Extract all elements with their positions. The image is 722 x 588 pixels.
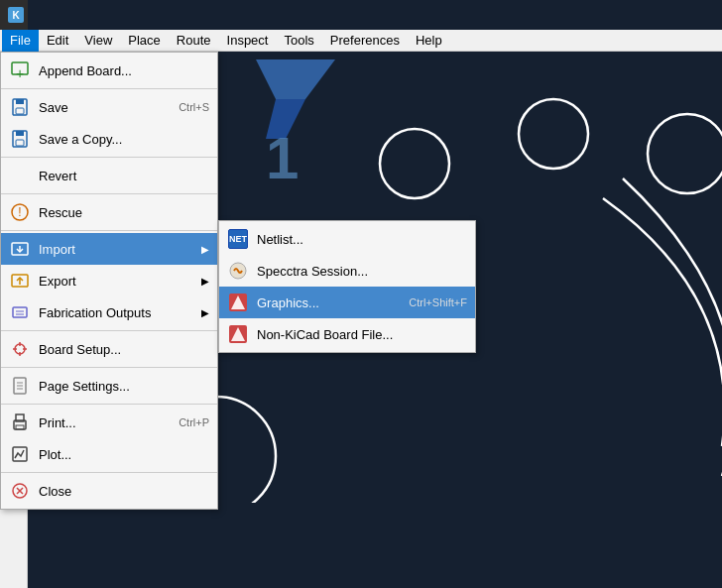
rescue-icon: ! (9, 201, 31, 223)
page-settings-icon (9, 375, 31, 397)
export-arrow: ▶ (201, 276, 209, 287)
nonkicad-label: Non-KiCad Board File... (257, 327, 467, 342)
import-label: Import (39, 242, 197, 257)
svg-rect-17 (16, 108, 24, 114)
append-icon: + (9, 59, 31, 81)
plot-label: Plot... (39, 447, 209, 462)
specctra-label: Specctra Session... (257, 264, 467, 279)
netlist-label: Netlist... (257, 232, 467, 247)
menu-file[interactable]: File (2, 30, 39, 52)
page-settings-label: Page Settings... (39, 379, 209, 394)
svg-text:!: ! (18, 205, 21, 219)
menu-item-save[interactable]: Save Ctrl+S (1, 91, 217, 123)
menu-item-plot[interactable]: Plot... (1, 438, 217, 470)
menu-item-revert[interactable]: Revert (1, 160, 217, 191)
print-icon (9, 412, 31, 433)
import-submenu: NET Netlist... Specctra Session... Graph… (218, 220, 476, 353)
menu-item-board-setup[interactable]: Board Setup... (1, 333, 217, 365)
menu-item-import[interactable]: Import ▶ (1, 233, 217, 265)
menu-place[interactable]: Place (120, 30, 169, 52)
specctra-icon (227, 260, 249, 282)
sep-2 (1, 157, 217, 158)
menu-view[interactable]: View (76, 30, 120, 52)
revert-icon (9, 165, 31, 186)
import-icon (9, 238, 31, 260)
menu-item-append[interactable]: + Append Board... (1, 55, 217, 86)
menu-edit[interactable]: Edit (39, 30, 76, 52)
append-label: Append Board... (39, 63, 209, 78)
save-shortcut: Ctrl+S (179, 101, 209, 113)
rescue-label: Rescue (39, 205, 209, 220)
fabrication-arrow: ▶ (201, 307, 209, 318)
menu-route[interactable]: Route (169, 30, 219, 52)
svg-point-3 (380, 129, 449, 198)
board-setup-label: Board Setup... (39, 342, 209, 357)
menu-item-page-settings[interactable]: Page Settings... (1, 370, 217, 402)
fabrication-label: Fabrication Outputs (39, 305, 197, 320)
menu-item-export[interactable]: Export ▶ (1, 265, 217, 296)
menu-item-print[interactable]: Print... Ctrl+P (1, 407, 217, 438)
dropdown-overlay: + Append Board... Save Ctrl+S Save a Cop… (0, 52, 218, 510)
menu-help[interactable]: Help (408, 30, 450, 52)
sep-5 (1, 330, 217, 331)
svg-rect-19 (16, 131, 24, 136)
plot-icon (9, 443, 31, 465)
submenu-item-specctra[interactable]: Specctra Session... (219, 255, 475, 287)
menu-tools[interactable]: Tools (276, 30, 321, 52)
submenu-item-nonkicad[interactable]: Non-KiCad Board File... (219, 318, 475, 350)
sep-6 (1, 367, 217, 368)
svg-point-4 (519, 99, 588, 169)
close-menu-icon (9, 480, 31, 502)
svg-text:+: + (16, 65, 24, 80)
svg-rect-27 (13, 307, 27, 317)
board-setup-icon (9, 338, 31, 360)
app-icon: K (8, 7, 24, 23)
print-shortcut: Ctrl+P (179, 416, 209, 428)
graphics-label: Graphics... (257, 295, 399, 310)
svg-text:1: 1 (266, 125, 299, 191)
menu-item-fabrication[interactable]: Fabrication Outputs ▶ (1, 296, 217, 328)
save-icon (9, 96, 31, 118)
save-copy-label: Save a Copy... (39, 132, 209, 147)
svg-point-5 (648, 114, 722, 193)
export-label: Export (39, 274, 197, 289)
menu-inspect[interactable]: Inspect (219, 30, 277, 52)
sep-3 (1, 193, 217, 194)
save-label: Save (39, 100, 159, 115)
file-dropdown-menu: + Append Board... Save Ctrl+S Save a Cop… (0, 52, 218, 510)
svg-rect-20 (16, 140, 24, 146)
netlist-icon: NET (227, 228, 249, 250)
save-copy-icon (9, 128, 31, 150)
sep-8 (1, 472, 217, 473)
fabrication-icon (9, 301, 31, 323)
import-arrow: ▶ (201, 244, 209, 255)
sep-7 (1, 404, 217, 405)
menu-item-save-copy[interactable]: Save a Copy... (1, 123, 217, 155)
menu-item-rescue[interactable]: ! Rescue (1, 196, 217, 228)
svg-marker-0 (256, 59, 335, 99)
close-label: Close (39, 484, 209, 499)
menu-preferences[interactable]: Preferences (322, 30, 408, 52)
revert-label: Revert (39, 169, 209, 183)
sep-1 (1, 88, 217, 89)
menu-bar: File Edit View Place Route Inspect Tools… (0, 30, 722, 52)
submenu-item-netlist[interactable]: NET Netlist... (219, 223, 475, 255)
print-label: Print... (39, 415, 159, 430)
svg-rect-16 (16, 99, 24, 104)
sep-4 (1, 230, 217, 231)
nonkicad-icon (227, 323, 249, 345)
graphics-icon (227, 292, 249, 313)
submenu-item-graphics[interactable]: Graphics... Ctrl+Shift+F (219, 287, 475, 318)
menu-item-close[interactable]: Close (1, 475, 217, 507)
graphics-shortcut: Ctrl+Shift+F (409, 296, 467, 308)
export-icon (9, 270, 31, 292)
